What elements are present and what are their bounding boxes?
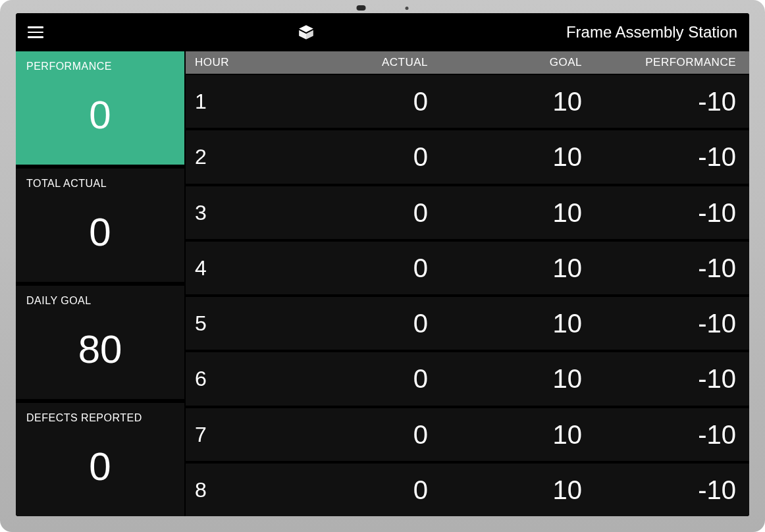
device-frame: Frame Assembly Station PERFORMANCE 0 TOT… — [0, 0, 765, 532]
cell-goal: 10 — [428, 255, 582, 281]
col-performance: PERFORMANCE — [582, 56, 736, 69]
cell-hour: 2 — [195, 146, 274, 167]
table-row[interactable]: 6010-10 — [186, 352, 749, 405]
performance-label: PERFORMANCE — [26, 61, 174, 72]
table-row[interactable]: 3010-10 — [186, 186, 749, 239]
table-row[interactable]: 8010-10 — [186, 464, 749, 516]
cell-performance: -10 — [582, 421, 736, 448]
table-header-row: HOUR ACTUAL GOAL PERFORMANCE — [186, 51, 749, 74]
daily-goal-value: 80 — [26, 307, 174, 392]
cell-goal: 10 — [428, 144, 582, 170]
cell-goal: 10 — [428, 365, 582, 392]
cell-hour: 6 — [195, 368, 274, 389]
summary-sidebar: PERFORMANCE 0 TOTAL ACTUAL 0 DAILY GOAL … — [16, 51, 184, 516]
daily-goal-card[interactable]: DAILY GOAL 80 — [16, 286, 184, 399]
cell-hour: 5 — [195, 313, 274, 334]
cell-goal: 10 — [428, 88, 582, 115]
cell-performance: -10 — [582, 365, 736, 392]
table-row[interactable]: 5010-10 — [186, 297, 749, 350]
cell-actual: 0 — [274, 88, 428, 115]
total-actual-label: TOTAL ACTUAL — [26, 178, 174, 190]
cell-goal: 10 — [428, 477, 582, 503]
cell-hour: 4 — [195, 257, 274, 279]
cell-actual: 0 — [274, 310, 428, 336]
cell-performance: -10 — [582, 144, 736, 170]
performance-value: 0 — [26, 72, 174, 158]
daily-goal-label: DAILY GOAL — [26, 295, 174, 307]
cell-actual: 0 — [274, 144, 428, 170]
station-title: Frame Assembly Station — [566, 23, 737, 41]
cell-hour: 1 — [195, 91, 274, 112]
cell-performance: -10 — [582, 477, 736, 503]
cell-actual: 0 — [274, 200, 428, 226]
cell-goal: 10 — [428, 310, 582, 336]
performance-card[interactable]: PERFORMANCE 0 — [16, 51, 184, 165]
defects-label: DEFECTS REPORTED — [26, 412, 174, 424]
total-actual-value: 0 — [26, 190, 174, 275]
cell-performance: -10 — [582, 255, 736, 281]
cell-actual: 0 — [274, 365, 428, 392]
cell-hour: 7 — [195, 424, 274, 445]
app-header: Frame Assembly Station — [16, 13, 749, 51]
total-actual-card[interactable]: TOTAL ACTUAL 0 — [16, 169, 184, 282]
hamburger-icon — [28, 26, 43, 28]
cell-performance: -10 — [582, 88, 736, 115]
cell-performance: -10 — [582, 310, 736, 336]
cell-performance: -10 — [582, 200, 736, 226]
cell-hour: 3 — [195, 202, 274, 223]
device-camera — [357, 5, 409, 11]
defects-value: 0 — [26, 424, 174, 510]
dashboard-body: PERFORMANCE 0 TOTAL ACTUAL 0 DAILY GOAL … — [16, 51, 749, 516]
table-row[interactable]: 7010-10 — [186, 408, 749, 461]
cell-goal: 10 — [428, 421, 582, 448]
hourly-table: HOUR ACTUAL GOAL PERFORMANCE 1010-102010… — [186, 51, 749, 516]
camera-dot — [357, 5, 366, 11]
screen: Frame Assembly Station PERFORMANCE 0 TOT… — [16, 13, 749, 516]
col-hour: HOUR — [195, 56, 274, 69]
table-row[interactable]: 1010-10 — [186, 75, 749, 128]
menu-button[interactable] — [28, 23, 46, 41]
cell-goal: 10 — [428, 200, 582, 226]
cell-actual: 0 — [274, 477, 428, 503]
table-body: 1010-102010-103010-104010-105010-106010-… — [186, 74, 749, 516]
cell-hour: 8 — [195, 479, 274, 500]
logo-icon — [298, 24, 315, 41]
cell-actual: 0 — [274, 255, 428, 281]
defects-card[interactable]: DEFECTS REPORTED 0 — [16, 403, 184, 516]
camera-dot-small — [406, 7, 409, 10]
logo-wrap — [46, 24, 566, 41]
col-actual: ACTUAL — [274, 56, 428, 69]
col-goal: GOAL — [428, 56, 582, 69]
table-row[interactable]: 2010-10 — [186, 130, 749, 183]
table-row[interactable]: 4010-10 — [186, 242, 749, 294]
cell-actual: 0 — [274, 421, 428, 448]
